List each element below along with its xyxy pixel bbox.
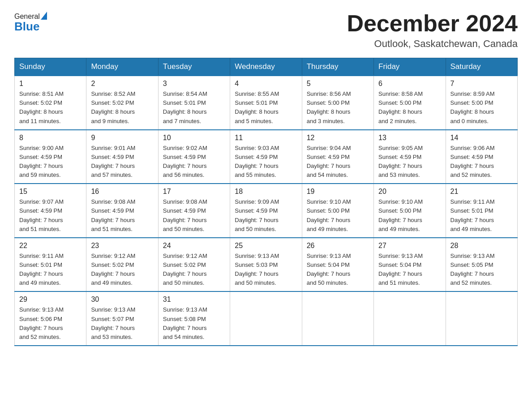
day-info: Sunrise: 9:13 AMSunset: 5:05 PMDaylight:…	[450, 253, 495, 286]
calendar-table: Sunday Monday Tuesday Wednesday Thursday…	[14, 58, 518, 346]
day-number: 3	[163, 80, 225, 88]
weekday-header-row: Sunday Monday Tuesday Wednesday Thursday…	[15, 58, 518, 76]
day-info: Sunrise: 9:00 AMSunset: 4:59 PMDaylight:…	[19, 145, 64, 178]
logo-general-text: General	[14, 13, 40, 20]
day-info: Sunrise: 8:52 AMSunset: 5:02 PMDaylight:…	[91, 90, 135, 124]
header-tuesday: Tuesday	[158, 58, 230, 76]
header-sunday: Sunday	[15, 58, 86, 76]
day-number: 18	[235, 188, 297, 196]
day-number: 1	[19, 80, 82, 88]
calendar-week-row: 15 Sunrise: 9:07 AMSunset: 4:59 PMDaylig…	[15, 184, 518, 238]
table-row: 27 Sunrise: 9:13 AMSunset: 5:04 PMDaylig…	[374, 238, 446, 292]
table-row: 13 Sunrise: 9:05 AMSunset: 4:59 PMDaylig…	[374, 130, 446, 184]
day-number: 16	[91, 188, 153, 196]
day-number: 29	[19, 295, 82, 304]
day-number: 13	[378, 134, 441, 142]
day-info: Sunrise: 9:13 AMSunset: 5:06 PMDaylight:…	[19, 306, 64, 340]
table-row: 1 Sunrise: 8:51 AMSunset: 5:02 PMDayligh…	[15, 76, 86, 130]
day-number: 10	[163, 134, 225, 142]
day-info: Sunrise: 9:07 AMSunset: 4:59 PMDaylight:…	[19, 198, 64, 232]
calendar-week-row: 8 Sunrise: 9:00 AMSunset: 4:59 PMDayligh…	[15, 130, 518, 184]
month-title: December 2024	[347, 11, 518, 36]
table-row: 16 Sunrise: 9:08 AMSunset: 4:59 PMDaylig…	[86, 184, 158, 238]
day-number: 14	[450, 134, 513, 142]
day-info: Sunrise: 9:08 AMSunset: 4:59 PMDaylight:…	[91, 198, 135, 232]
day-number: 12	[307, 134, 369, 142]
day-info: Sunrise: 8:55 AMSunset: 5:01 PMDaylight:…	[235, 90, 279, 124]
day-number: 9	[91, 134, 153, 142]
day-info: Sunrise: 9:13 AMSunset: 5:04 PMDaylight:…	[307, 253, 351, 286]
day-info: Sunrise: 9:10 AMSunset: 5:00 PMDaylight:…	[307, 198, 351, 232]
day-info: Sunrise: 9:04 AMSunset: 4:59 PMDaylight:…	[307, 145, 351, 178]
day-info: Sunrise: 9:13 AMSunset: 5:03 PMDaylight:…	[235, 253, 279, 286]
day-number: 5	[307, 80, 369, 88]
logo: General Blue	[14, 11, 48, 32]
table-row: 22 Sunrise: 9:11 AMSunset: 5:01 PMDaylig…	[15, 238, 86, 292]
day-info: Sunrise: 9:05 AMSunset: 4:59 PMDaylight:…	[378, 145, 423, 178]
table-row	[446, 291, 517, 346]
calendar-week-row: 22 Sunrise: 9:11 AMSunset: 5:01 PMDaylig…	[15, 238, 518, 292]
day-info: Sunrise: 9:09 AMSunset: 4:59 PMDaylight:…	[235, 198, 279, 232]
day-number: 20	[378, 188, 441, 196]
table-row: 2 Sunrise: 8:52 AMSunset: 5:02 PMDayligh…	[86, 76, 158, 130]
day-number: 17	[163, 188, 225, 196]
day-info: Sunrise: 9:10 AMSunset: 5:00 PMDaylight:…	[378, 198, 423, 232]
day-number: 31	[163, 295, 225, 304]
table-row: 15 Sunrise: 9:07 AMSunset: 4:59 PMDaylig…	[15, 184, 86, 238]
table-row: 12 Sunrise: 9:04 AMSunset: 4:59 PMDaylig…	[302, 130, 373, 184]
table-row: 3 Sunrise: 8:54 AMSunset: 5:01 PMDayligh…	[158, 76, 230, 130]
title-section: December 2024 Outlook, Saskatchewan, Can…	[347, 11, 518, 50]
table-row: 31 Sunrise: 9:13 AMSunset: 5:08 PMDaylig…	[158, 291, 230, 346]
day-number: 8	[19, 134, 82, 142]
day-info: Sunrise: 9:12 AMSunset: 5:02 PMDaylight:…	[91, 253, 135, 286]
table-row: 28 Sunrise: 9:13 AMSunset: 5:05 PMDaylig…	[446, 238, 517, 292]
day-number: 6	[378, 80, 441, 88]
day-info: Sunrise: 9:11 AMSunset: 5:01 PMDaylight:…	[450, 198, 495, 232]
day-info: Sunrise: 9:13 AMSunset: 5:08 PMDaylight:…	[163, 306, 207, 340]
table-row: 11 Sunrise: 9:03 AMSunset: 4:59 PMDaylig…	[230, 130, 302, 184]
table-row: 14 Sunrise: 9:06 AMSunset: 4:59 PMDaylig…	[446, 130, 517, 184]
header-thursday: Thursday	[302, 58, 373, 76]
day-info: Sunrise: 8:59 AMSunset: 5:00 PMDaylight:…	[450, 90, 495, 124]
table-row: 26 Sunrise: 9:13 AMSunset: 5:04 PMDaylig…	[302, 238, 373, 292]
table-row: 24 Sunrise: 9:12 AMSunset: 5:02 PMDaylig…	[158, 238, 230, 292]
table-row: 25 Sunrise: 9:13 AMSunset: 5:03 PMDaylig…	[230, 238, 302, 292]
day-info: Sunrise: 9:06 AMSunset: 4:59 PMDaylight:…	[450, 145, 495, 178]
day-info: Sunrise: 8:54 AMSunset: 5:01 PMDaylight:…	[163, 90, 207, 124]
calendar-week-row: 29 Sunrise: 9:13 AMSunset: 5:06 PMDaylig…	[15, 291, 518, 346]
day-number: 23	[91, 242, 153, 250]
day-info: Sunrise: 9:02 AMSunset: 4:59 PMDaylight:…	[163, 145, 207, 178]
table-row: 7 Sunrise: 8:59 AMSunset: 5:00 PMDayligh…	[446, 76, 517, 130]
day-info: Sunrise: 9:01 AMSunset: 4:59 PMDaylight:…	[91, 145, 135, 178]
table-row: 18 Sunrise: 9:09 AMSunset: 4:59 PMDaylig…	[230, 184, 302, 238]
day-number: 2	[91, 80, 153, 88]
table-row: 4 Sunrise: 8:55 AMSunset: 5:01 PMDayligh…	[230, 76, 302, 130]
header-saturday: Saturday	[446, 58, 517, 76]
day-number: 11	[235, 134, 297, 142]
logo-blue-text: Blue	[14, 21, 48, 32]
day-number: 30	[91, 295, 153, 304]
day-info: Sunrise: 9:12 AMSunset: 5:02 PMDaylight:…	[163, 253, 207, 286]
day-number: 26	[307, 242, 369, 250]
table-row: 9 Sunrise: 9:01 AMSunset: 4:59 PMDayligh…	[86, 130, 158, 184]
day-info: Sunrise: 8:58 AMSunset: 5:00 PMDaylight:…	[378, 90, 423, 124]
table-row: 5 Sunrise: 8:56 AMSunset: 5:00 PMDayligh…	[302, 76, 373, 130]
header-wednesday: Wednesday	[230, 58, 302, 76]
table-row: 10 Sunrise: 9:02 AMSunset: 4:59 PMDaylig…	[158, 130, 230, 184]
table-row: 17 Sunrise: 9:08 AMSunset: 4:59 PMDaylig…	[158, 184, 230, 238]
logo-arrow-icon	[41, 12, 47, 20]
table-row: 8 Sunrise: 9:00 AMSunset: 4:59 PMDayligh…	[15, 130, 86, 184]
table-row	[302, 291, 373, 346]
day-number: 25	[235, 242, 297, 250]
day-info: Sunrise: 9:03 AMSunset: 4:59 PMDaylight:…	[235, 145, 279, 178]
table-row	[230, 291, 302, 346]
day-number: 24	[163, 242, 225, 250]
day-number: 15	[19, 188, 82, 196]
table-row: 19 Sunrise: 9:10 AMSunset: 5:00 PMDaylig…	[302, 184, 373, 238]
table-row	[374, 291, 446, 346]
day-number: 21	[450, 188, 513, 196]
day-info: Sunrise: 8:56 AMSunset: 5:00 PMDaylight:…	[307, 90, 351, 124]
table-row: 23 Sunrise: 9:12 AMSunset: 5:02 PMDaylig…	[86, 238, 158, 292]
location-text: Outlook, Saskatchewan, Canada	[347, 38, 518, 50]
day-number: 4	[235, 80, 297, 88]
